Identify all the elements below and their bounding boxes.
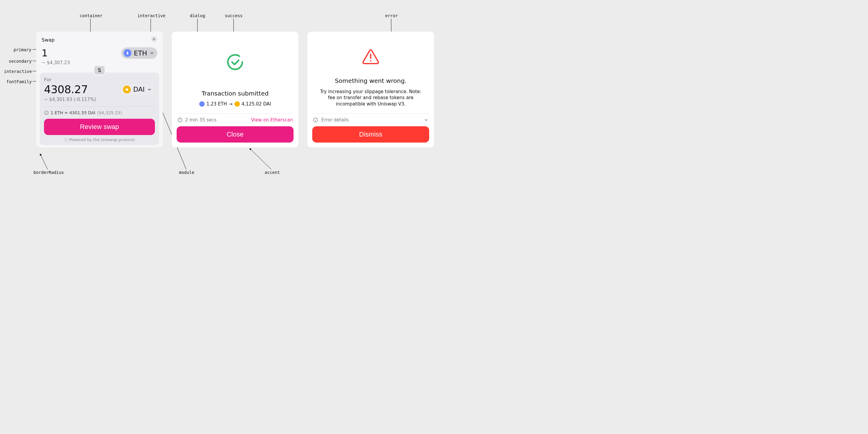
dialog-summary: 1.23 ETH → 4,125.02 DAI <box>199 101 271 107</box>
annotation-primary: primary <box>13 47 31 52</box>
annotation-container: container <box>80 13 102 18</box>
swap-arrows-icon <box>97 67 102 73</box>
tx-elapsed: 2 min 35 secs <box>185 117 216 123</box>
swap-title: Swap <box>41 37 55 43</box>
swap-header: Swap <box>40 35 159 46</box>
to-token-selector[interactable]: DAI <box>121 84 155 95</box>
for-label: For <box>44 77 155 83</box>
tx-from: 1.23 ETH <box>207 101 227 107</box>
from-amount-primary[interactable]: 1 <box>41 47 48 59</box>
from-token-selector[interactable]: ETH <box>121 47 157 59</box>
to-token-symbol: DAI <box>133 86 145 93</box>
rate-text: 1 ETH = 4301.55 DAI <box>51 110 96 115</box>
tx-to: 4,125.02 DAI <box>242 101 271 107</box>
error-title: Something went wrong. <box>335 77 407 84</box>
uniswap-logo-icon <box>64 138 68 141</box>
transaction-submitted-dialog: Transaction submitted 1.23 ETH → 4,125.0… <box>172 32 299 147</box>
info-icon <box>44 110 49 115</box>
annotation-accent: accent <box>265 170 280 175</box>
chevron-down-icon <box>147 87 152 92</box>
info-icon <box>313 117 318 123</box>
gear-icon[interactable] <box>151 36 157 44</box>
swap-output-module: For 4308.27 DAI ~ $4,301.93 (-0.117%) 1 … <box>40 73 159 145</box>
close-button[interactable]: Close <box>177 126 293 143</box>
dai-icon <box>123 86 131 93</box>
to-amount-primary: 4308.27 <box>44 83 88 96</box>
error-dialog: Something went wrong. Try increasing you… <box>307 32 434 147</box>
flip-tokens-button[interactable] <box>93 65 106 76</box>
dialog-footer-row: 2 min 35 secs View on Etherscan <box>177 113 293 126</box>
chevron-down-icon <box>150 51 154 56</box>
flip-wrap <box>40 69 159 71</box>
cards-row: Swap 1 ETH <box>36 32 434 147</box>
annotation-success: success <box>225 13 243 18</box>
view-on-etherscan-link[interactable]: View on Etherscan <box>251 117 293 123</box>
rate-price: ($4,325.23) <box>97 110 122 115</box>
dai-icon <box>235 101 240 107</box>
annotation-borderradius: borderRadius <box>33 170 64 175</box>
swap-from-section: 1 ETH ~ $4,307.23 <box>40 46 159 66</box>
dialog-title: Transaction submitted <box>202 90 269 97</box>
diagram-stage: container interactive dialog success err… <box>0 0 482 241</box>
rate-row: 1 ETH = 4301.55 DAI ($4,325.23) <box>44 106 155 119</box>
success-icon <box>225 53 245 72</box>
eth-icon <box>199 101 205 107</box>
annotation-interactive-top: interactive <box>137 13 165 18</box>
clock-icon <box>177 117 183 123</box>
annotation-module: module <box>179 170 194 175</box>
annotation-error: error <box>385 13 398 18</box>
annotation-secondary: secondary <box>9 59 32 64</box>
to-amount-fiat: ~ $4,301.93 (-0.117%) <box>44 97 155 102</box>
error-details-label: Error details <box>321 117 349 123</box>
annotation-interactive-mid: interactive <box>4 69 32 74</box>
dismiss-button[interactable]: Dismiss <box>312 126 429 143</box>
review-swap-button[interactable]: Review swap <box>44 119 155 135</box>
powered-by: Powered by the Uniswap protocol <box>44 137 155 142</box>
svg-point-4 <box>370 60 372 62</box>
error-body: Try increasing your slippage tolerance. … <box>316 89 426 107</box>
from-token-symbol: ETH <box>134 50 147 57</box>
error-icon <box>362 49 380 66</box>
annotation-fontfamily: fontFamily <box>6 79 32 84</box>
svg-point-0 <box>153 38 155 40</box>
swap-widget-container: Swap 1 ETH <box>36 32 163 147</box>
chevron-down-icon <box>424 118 429 122</box>
annotation-dialog: dialog <box>190 13 205 18</box>
svg-point-2 <box>65 138 67 141</box>
arrow-right-icon: → <box>229 101 233 107</box>
error-details-toggle[interactable]: Error details <box>312 113 429 126</box>
eth-icon <box>124 49 131 57</box>
